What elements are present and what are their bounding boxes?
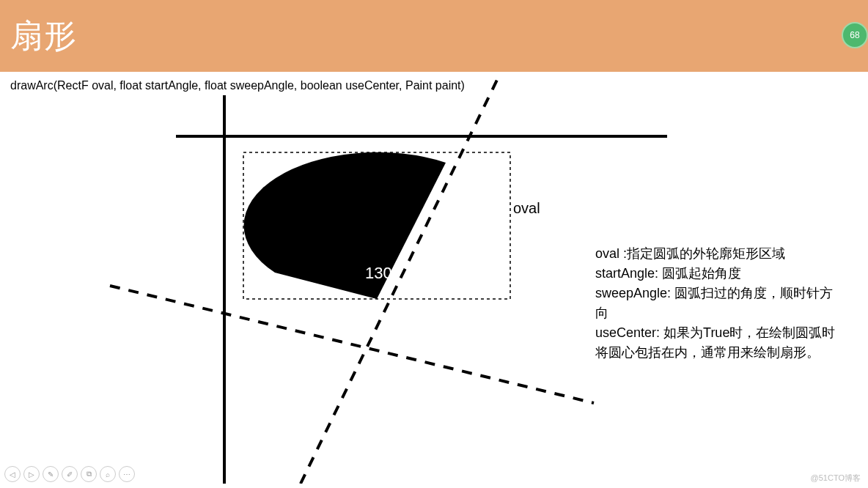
next-button[interactable]: ▷ [23, 466, 40, 482]
explain-usecenter: useCenter: 如果为True时，在绘制圆弧时将圆心包括在内，通常用来绘制… [595, 323, 837, 363]
more-button[interactable]: ⋯ [119, 466, 135, 482]
explain-sweepangle: sweepAngle: 圆弧扫过的角度，顺时针方向 [595, 284, 837, 323]
guide-line-shallow [110, 286, 594, 403]
slide-number-badge: 68 [842, 22, 868, 48]
highlighter-button[interactable]: ✐ [62, 466, 78, 482]
page-title: 扇形 [10, 15, 78, 58]
header-bar: 扇形 68 [0, 0, 868, 72]
pen-button[interactable]: ✎ [43, 466, 59, 482]
explain-startangle: startAngle: 圆弧起始角度 [595, 264, 837, 284]
zoom-button[interactable]: ⌕ [100, 466, 116, 482]
explanation-block: oval :指定圆弧的外轮廓矩形区域 startAngle: 圆弧起始角度 sw… [595, 244, 837, 363]
fold-button[interactable]: ⧉ [81, 466, 97, 482]
explain-oval: oval :指定圆弧的外轮廓矩形区域 [595, 244, 837, 264]
oval-label: oval [513, 200, 540, 217]
watermark: @51CTO博客 [811, 473, 861, 484]
bottom-toolbar: ◁ ▷ ✎ ✐ ⧉ ⌕ ⋯ [4, 466, 135, 482]
prev-button[interactable]: ◁ [4, 466, 21, 482]
arc-sector [244, 152, 446, 299]
angle-label: 130° [365, 264, 399, 283]
